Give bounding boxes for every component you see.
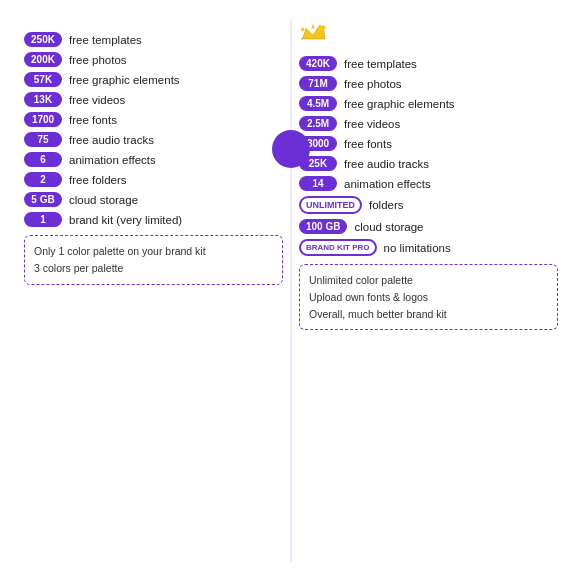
list-item: 4.5M free graphic elements — [299, 96, 558, 111]
feature-text: brand kit (very limited) — [69, 214, 182, 226]
list-item: 420K free templates — [299, 56, 558, 71]
feature-badge: 13K — [24, 92, 62, 107]
free-column: 250K free templates 200K free photos 57K… — [10, 20, 291, 562]
feature-badge: BRAND KIT PRO — [299, 239, 377, 256]
list-item: 200K free photos — [24, 52, 283, 67]
pro-column: 420K free templates 71M free photos 4.5M… — [291, 20, 572, 562]
note-line: 3 colors per palette — [34, 260, 273, 277]
feature-text: animation effects — [344, 178, 431, 190]
feature-badge: UNLIMITED — [299, 196, 362, 214]
feature-text: free audio tracks — [69, 134, 154, 146]
pro-title — [299, 20, 558, 44]
feature-text: free photos — [69, 54, 127, 66]
feature-badge: 71M — [299, 76, 337, 91]
note-line: Upload own fonts & logos — [309, 289, 548, 306]
feature-text: free folders — [69, 174, 127, 186]
feature-badge: 420K — [299, 56, 337, 71]
column-divider — [291, 20, 292, 562]
list-item: 100 GB cloud storage — [299, 219, 558, 234]
list-item: 5 GB cloud storage — [24, 192, 283, 207]
feature-badge: 100 GB — [299, 219, 347, 234]
list-item: UNLIMITED folders — [299, 196, 558, 214]
feature-text: free graphic elements — [344, 98, 455, 110]
list-item: 1 brand kit (very limited) — [24, 212, 283, 227]
list-item: 14 animation effects — [299, 176, 558, 191]
free-notes: Only 1 color palette on your brand kit3 … — [34, 243, 273, 277]
feature-text: free fonts — [344, 138, 392, 150]
note-line: Only 1 color palette on your brand kit — [34, 243, 273, 260]
list-item: BRAND KIT PRO no limitations — [299, 239, 558, 256]
list-item: 71M free photos — [299, 76, 558, 91]
feature-badge: 1 — [24, 212, 62, 227]
pro-notes: Unlimited color paletteUpload own fonts … — [309, 272, 548, 322]
feature-badge: 75 — [24, 132, 62, 147]
list-item: 250K free templates — [24, 32, 283, 47]
feature-badge: 1700 — [24, 112, 62, 127]
vs-badge — [272, 130, 310, 168]
comparison-container: 250K free templates 200K free photos 57K… — [0, 0, 582, 582]
feature-text: free audio tracks — [344, 158, 429, 170]
feature-text: free photos — [344, 78, 402, 90]
pro-notes-box: Unlimited color paletteUpload own fonts … — [299, 264, 558, 330]
list-item: 1700 free fonts — [24, 112, 283, 127]
free-features-list: 250K free templates 200K free photos 57K… — [24, 32, 283, 227]
feature-text: free graphic elements — [69, 74, 180, 86]
feature-text: free templates — [344, 58, 417, 70]
feature-badge: 200K — [24, 52, 62, 67]
feature-text: free templates — [69, 34, 142, 46]
feature-text: free videos — [344, 118, 400, 130]
pro-features-list: 420K free templates 71M free photos 4.5M… — [299, 56, 558, 256]
list-item: 3000 free fonts — [299, 136, 558, 151]
crown-icon — [299, 20, 327, 44]
list-item: 6 animation effects — [24, 152, 283, 167]
feature-badge: 250K — [24, 32, 62, 47]
list-item: 25K free audio tracks — [299, 156, 558, 171]
feature-badge: 2 — [24, 172, 62, 187]
feature-badge: 2.5M — [299, 116, 337, 131]
feature-text: folders — [369, 199, 404, 211]
svg-point-1 — [301, 28, 304, 31]
list-item: 2.5M free videos — [299, 116, 558, 131]
feature-text: animation effects — [69, 154, 156, 166]
feature-text: no limitations — [384, 242, 451, 254]
feature-text: free videos — [69, 94, 125, 106]
feature-badge: 4.5M — [299, 96, 337, 111]
list-item: 13K free videos — [24, 92, 283, 107]
feature-text: free fonts — [69, 114, 117, 126]
feature-badge: 14 — [299, 176, 337, 191]
svg-marker-2 — [311, 23, 314, 28]
svg-point-0 — [321, 26, 325, 30]
free-notes-box: Only 1 color palette on your brand kit3 … — [24, 235, 283, 285]
list-item: 2 free folders — [24, 172, 283, 187]
feature-badge: 6 — [24, 152, 62, 167]
list-item: 75 free audio tracks — [24, 132, 283, 147]
feature-badge: 5 GB — [24, 192, 62, 207]
feature-text: cloud storage — [354, 221, 423, 233]
note-line: Unlimited color palette — [309, 272, 548, 289]
feature-badge: 57K — [24, 72, 62, 87]
list-item: 57K free graphic elements — [24, 72, 283, 87]
note-line: Overall, much better brand kit — [309, 306, 548, 323]
feature-text: cloud storage — [69, 194, 138, 206]
